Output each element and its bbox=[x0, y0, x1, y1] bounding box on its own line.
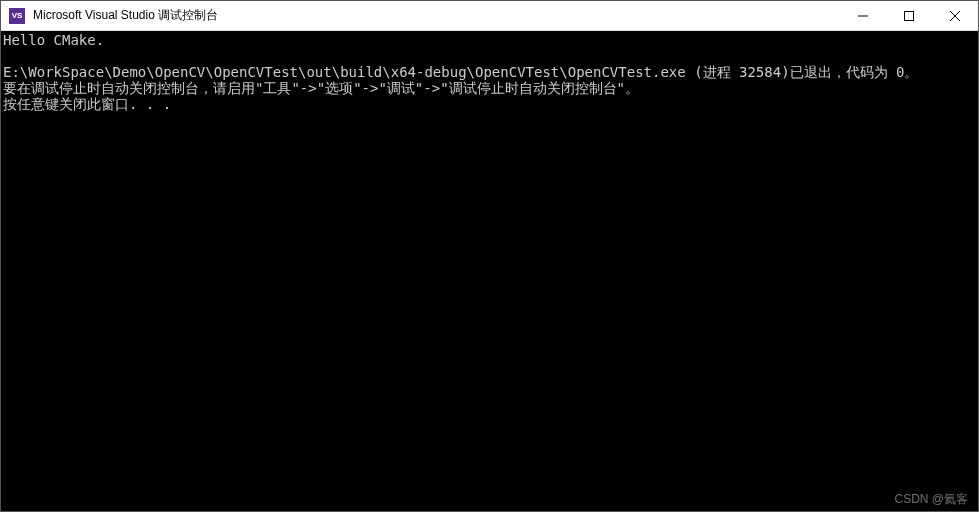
console-line: 按任意键关闭此窗口. . . bbox=[3, 96, 171, 112]
window-title: Microsoft Visual Studio 调试控制台 bbox=[33, 7, 840, 24]
titlebar: VS Microsoft Visual Studio 调试控制台 bbox=[1, 1, 978, 31]
svg-rect-1 bbox=[905, 11, 914, 20]
close-button[interactable] bbox=[932, 1, 978, 30]
minimize-button[interactable] bbox=[840, 1, 886, 30]
app-icon: VS bbox=[9, 8, 25, 24]
window-controls bbox=[840, 1, 978, 30]
app-icon-label: VS bbox=[12, 12, 23, 20]
maximize-button[interactable] bbox=[886, 1, 932, 30]
console-line: E:\WorkSpace\Demo\OpenCV\OpenCVTest\out\… bbox=[3, 64, 918, 80]
window: VS Microsoft Visual Studio 调试控制台 Hello C… bbox=[0, 0, 979, 512]
console-output[interactable]: Hello CMake. E:\WorkSpace\Demo\OpenCV\Op… bbox=[1, 31, 978, 511]
console-line: 要在调试停止时自动关闭控制台，请启用"工具"->"选项"->"调试"->"调试停… bbox=[3, 80, 639, 96]
watermark: CSDN @氦客 bbox=[894, 491, 968, 507]
console-line: Hello CMake. bbox=[3, 32, 104, 48]
